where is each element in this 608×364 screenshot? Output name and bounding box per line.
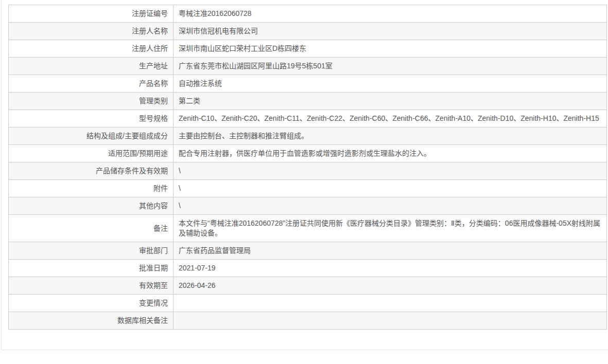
row-value: 粤械注准20162060728 — [173, 5, 607, 23]
table-row: 注册证编号 粤械注准20162060728 — [9, 5, 607, 23]
row-value: 深圳市南山区蛇口荣村工业区D栋四楼东 — [173, 40, 607, 58]
row-value: \ — [173, 180, 607, 197]
table-row: 其他内容 \ — [9, 197, 607, 215]
row-label: 变更情况 — [9, 295, 173, 312]
row-value: Zenith-C10、Zenith-C20、Zenith-C11、Zenith-… — [173, 110, 607, 128]
record-table-body: 注册证编号 粤械注准20162060728 注册人名称 深圳市信冠机电有限公司 … — [9, 5, 607, 330]
table-row: 有效期至 2026-04-26 — [9, 277, 607, 295]
row-label: 结构及组成/主要组成成分 — [9, 128, 173, 145]
table-row: 审批部门 广东省药品监督管理局 — [9, 242, 607, 260]
table-row: 变更情况 — [9, 295, 607, 312]
table-row: 管理类别 第二类 — [9, 93, 607, 110]
row-value: 本文件与“粤械注准20162060728”注册证共同使用新《医疗器械分类目录》管… — [173, 215, 607, 242]
row-label: 注册人名称 — [9, 23, 173, 40]
row-value: 2026-04-26 — [173, 277, 607, 295]
row-value: 广东省东莞市松山湖园区阿里山路19号5栋501室 — [173, 58, 607, 75]
table-row: 附件 \ — [9, 180, 607, 197]
row-label: 注册人住所 — [9, 40, 173, 58]
row-value: \ — [173, 197, 607, 215]
row-label: 批准日期 — [9, 260, 173, 277]
table-row: 注册人名称 深圳市信冠机电有限公司 — [9, 23, 607, 40]
row-label: 数据库相关备注 — [9, 312, 173, 330]
row-label: 适用范围/预期用途 — [9, 145, 173, 162]
table-row: 生产地址 广东省东莞市松山湖园区阿里山路19号5栋501室 — [9, 58, 607, 75]
table-row: 批准日期 2021-07-19 — [9, 260, 607, 277]
row-value: 配合专用注射器，供医疗单位用于血管造影或增强时造影剂或生理盐水的注入。 — [173, 145, 607, 162]
row-label: 附件 — [9, 180, 173, 197]
row-label: 注册证编号 — [9, 5, 173, 23]
table-row: 型号规格 Zenith-C10、Zenith-C20、Zenith-C11、Ze… — [9, 110, 607, 128]
row-value: 深圳市信冠机电有限公司 — [173, 23, 607, 40]
row-label: 产品名称 — [9, 75, 173, 93]
row-value: 主要由控制台、主控制器和推注臂组成。 — [173, 128, 607, 145]
table-row: 注册人住所 深圳市南山区蛇口荣村工业区D栋四楼东 — [9, 40, 607, 58]
table-row: 备注 本文件与“粤械注准20162060728”注册证共同使用新《医疗器械分类目… — [9, 215, 607, 242]
row-value — [173, 295, 607, 312]
row-value — [173, 312, 607, 330]
row-label: 生产地址 — [9, 58, 173, 75]
table-row: 产品名称 自动推注系统 — [9, 75, 607, 93]
table-row: 结构及组成/主要组成成分 主要由控制台、主控制器和推注臂组成。 — [9, 128, 607, 145]
row-label: 备注 — [9, 215, 173, 242]
content-panel: 注册证编号 粤械注准20162060728 注册人名称 深圳市信冠机电有限公司 … — [1, 0, 608, 350]
row-label: 管理类别 — [9, 93, 173, 110]
row-label: 其他内容 — [9, 197, 173, 215]
row-label: 型号规格 — [9, 110, 173, 128]
table-row: 适用范围/预期用途 配合专用注射器，供医疗单位用于血管造影或增强时造影剂或生理盐… — [9, 145, 607, 162]
row-label: 审批部门 — [9, 242, 173, 260]
row-value: 第二类 — [173, 93, 607, 110]
registration-record-table: 注册证编号 粤械注准20162060728 注册人名称 深圳市信冠机电有限公司 … — [8, 5, 607, 330]
row-value: 2021-07-19 — [173, 260, 607, 277]
row-label: 产品储存条件及有效期 — [9, 162, 173, 180]
table-row: 产品储存条件及有效期 \ — [9, 162, 607, 180]
row-value: 广东省药品监督管理局 — [173, 242, 607, 260]
row-label: 有效期至 — [9, 277, 173, 295]
row-value: \ — [173, 162, 607, 180]
table-row: 数据库相关备注 — [9, 312, 607, 330]
row-value: 自动推注系统 — [173, 75, 607, 93]
